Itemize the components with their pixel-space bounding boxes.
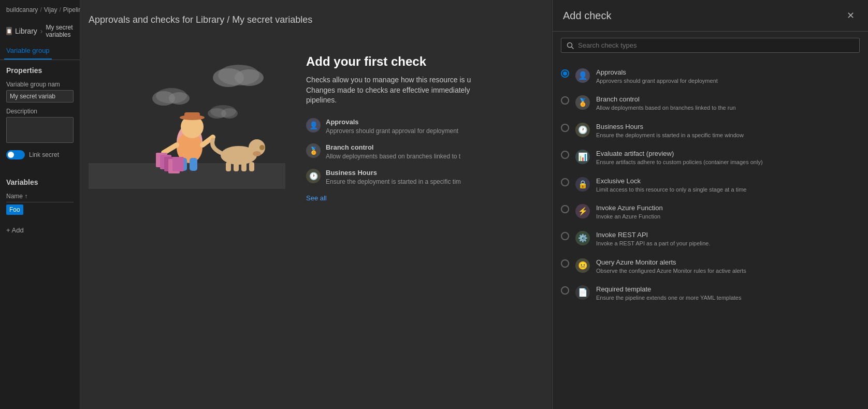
check-type-desc-approvals: Approvers should grant approval for depl… <box>596 77 860 85</box>
check-type-item-evaluate-artifact[interactable]: 📊Evaluate artifact (preview)Ensure artif… <box>553 144 868 171</box>
radio-approvals[interactable] <box>561 69 569 78</box>
link-secrets-label: Link secret <box>29 151 59 158</box>
check-type-icon-evaluate-artifact: 📊 <box>575 150 590 164</box>
branch-name: Branch control <box>326 143 460 151</box>
check-type-name-evaluate-artifact: Evaluate artifact (preview) <box>596 150 860 157</box>
preview-check-branch: 🏅 Branch control Allow deployments based… <box>306 139 543 165</box>
search-box[interactable] <box>561 38 860 53</box>
check-type-item-invoke-azure-function[interactable]: ⚡Invoke Azure FunctionInvoke an Azure Fu… <box>553 199 868 226</box>
business-hours-icon: 🕐 <box>306 169 321 183</box>
breadcrumb-item-vijay[interactable]: Vijay <box>44 6 57 13</box>
svg-rect-32 <box>172 157 184 171</box>
check-type-desc-required-template: Ensure the pipeline extends one or more … <box>596 294 860 302</box>
check-type-icon-invoke-rest-api: ⚙️ <box>575 231 590 245</box>
svg-rect-23 <box>234 162 239 171</box>
branch-icon: 🏅 <box>306 143 321 158</box>
library-header: 📋 Library › My secret variables <box>0 20 80 42</box>
radio-business-hours[interactable] <box>561 124 569 132</box>
check-type-name-branch-control: Branch control <box>596 95 860 103</box>
breadcrumb-sep-1: / <box>40 6 41 13</box>
check-type-desc-query-azure-monitor: Observe the configured Azure Monitor rul… <box>596 267 860 275</box>
check-type-list: 👤ApprovalsApprovers should grant approva… <box>553 59 868 409</box>
check-type-name-exclusive-lock: Exclusive Lock <box>596 177 860 185</box>
check-type-icon-branch-control: 🏅 <box>575 95 590 110</box>
radio-required-template[interactable] <box>561 286 569 295</box>
check-type-info-required-template: Required templateEnsure the pipeline ext… <box>596 285 860 302</box>
description-label: Description <box>6 108 74 115</box>
svg-point-6 <box>169 92 190 105</box>
close-button[interactable]: ✕ <box>843 8 858 23</box>
main-page-title: Approvals and checks for Library / My se… <box>80 12 552 34</box>
table-row[interactable]: Foo <box>6 202 74 217</box>
check-type-item-invoke-rest-api[interactable]: ⚙️Invoke REST APIInvoke a REST API as a … <box>553 226 868 253</box>
check-type-item-required-template[interactable]: 📄Required templateEnsure the pipeline ex… <box>553 280 868 307</box>
check-type-item-business-hours[interactable]: 🕐Business HoursEnsure the deployment is … <box>553 118 868 144</box>
svg-rect-24 <box>241 162 247 171</box>
panel-title: Add check <box>563 10 611 22</box>
radio-evaluate-artifact[interactable] <box>561 151 569 159</box>
tab-variable-group[interactable]: Variable group <box>4 42 52 60</box>
svg-rect-25 <box>249 162 254 171</box>
illustration-area: Add your first check Checks allow you to… <box>80 34 552 213</box>
radio-branch-control[interactable] <box>561 96 569 105</box>
variable-group-label: Variable group nam <box>6 81 74 88</box>
check-type-name-invoke-rest-api: Invoke REST API <box>596 231 860 239</box>
check-type-icon-required-template: 📄 <box>575 285 590 300</box>
check-type-item-exclusive-lock[interactable]: 🔒Exclusive LockLimit access to this reso… <box>553 172 868 199</box>
check-type-desc-exclusive-lock: Limit access to this resource to only a … <box>596 186 860 194</box>
svg-point-3 <box>235 69 264 86</box>
breadcrumb-sep-lib: › <box>40 27 43 35</box>
svg-rect-22 <box>226 162 231 171</box>
add-variable-row[interactable]: + Add <box>0 223 80 237</box>
check-type-desc-invoke-azure-function: Invoke an Azure Function <box>596 213 860 221</box>
properties-section: Properties Variable group nam Descriptio… <box>0 60 80 172</box>
check-type-name-required-template: Required template <box>596 285 860 293</box>
check-type-icon-invoke-azure-function: ⚡ <box>575 204 590 218</box>
branch-text: Branch control Allow deployments based o… <box>326 143 460 160</box>
nav-tabs: Variable group <box>0 42 80 60</box>
approvals-text: Approvals Approvers should grant approva… <box>326 118 458 135</box>
library-title: Library <box>15 27 37 35</box>
breadcrumb-sep-2: / <box>60 6 61 13</box>
check-type-name-invoke-azure-function: Invoke Azure Function <box>596 204 860 212</box>
approvals-name: Approvals <box>326 118 458 126</box>
check-type-info-approvals: ApprovalsApprovers should grant approval… <box>596 68 860 85</box>
business-hours-text: Business Hours Ensure the deployment is … <box>326 169 461 186</box>
check-type-item-approvals[interactable]: 👤ApprovalsApprovers should grant approva… <box>553 63 868 90</box>
variable-name-foo[interactable]: Foo <box>6 204 23 215</box>
check-type-name-query-azure-monitor: Query Azure Monitor alerts <box>596 258 860 266</box>
panel-header: Add check ✕ <box>553 0 868 32</box>
link-secrets-toggle[interactable] <box>6 150 25 159</box>
check-type-name-approvals: Approvals <box>596 68 860 76</box>
radio-exclusive-lock[interactable] <box>561 178 569 186</box>
radio-invoke-azure-function[interactable] <box>561 205 569 213</box>
variable-group-input[interactable] <box>6 90 74 103</box>
svg-point-9 <box>221 108 238 119</box>
check-type-info-query-azure-monitor: Query Azure Monitor alertsObserve the co… <box>596 258 860 275</box>
check-type-icon-business-hours: 🕐 <box>575 123 590 137</box>
radio-invoke-rest-api[interactable] <box>561 232 569 240</box>
link-secrets-row: Link secret <box>6 150 74 159</box>
check-type-icon-approvals: 👤 <box>575 68 590 83</box>
checks-preview: Add your first check Checks allow you to… <box>306 44 543 202</box>
preview-check-approvals: 👤 Approvals Approvers should grant appro… <box>306 114 543 139</box>
breadcrumb-item-build[interactable]: buildcanary <box>6 6 38 13</box>
search-input[interactable] <box>578 41 854 49</box>
check-type-desc-evaluate-artifact: Ensure artifacts adhere to custom polici… <box>596 158 860 166</box>
check-type-icon-exclusive-lock: 🔒 <box>575 177 590 192</box>
radio-query-azure-monitor[interactable] <box>561 259 569 268</box>
check-type-item-query-azure-monitor[interactable]: 😐Query Azure Monitor alertsObserve the c… <box>553 253 868 280</box>
approvals-icon: 👤 <box>306 118 321 133</box>
main-content: Approvals and checks for Library / My se… <box>80 0 552 409</box>
main-breadcrumb <box>80 0 552 12</box>
check-type-item-branch-control[interactable]: 🏅Branch controlAllow deployments based o… <box>553 90 868 117</box>
breadcrumb: buildcanary / Vijay / Pipelines / Librar… <box>0 0 80 20</box>
description-input[interactable] <box>6 117 74 143</box>
illustration <box>89 44 285 189</box>
svg-rect-17 <box>184 112 200 119</box>
svg-rect-14 <box>190 158 197 171</box>
check-type-name-business-hours: Business Hours <box>596 123 860 130</box>
check-type-info-branch-control: Branch controlAllow deployments based on… <box>596 95 860 112</box>
business-hours-desc: Ensure the deployment is started in a sp… <box>326 178 461 185</box>
see-all-link[interactable]: See all <box>306 194 327 202</box>
